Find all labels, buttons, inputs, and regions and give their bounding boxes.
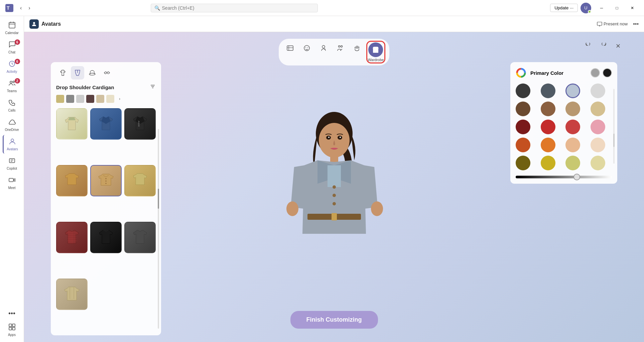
clothing-item-coat[interactable] — [56, 279, 88, 310]
primary-swatches — [591, 68, 612, 77]
sidebar-item-copilot[interactable]: Copilot — [3, 154, 21, 173]
color-dot-peach[interactable] — [565, 138, 580, 152]
color-panel-header: Primary Color — [516, 67, 612, 78]
clothing-item-selected-cardigan[interactable] — [90, 165, 122, 196]
color-slider[interactable] — [516, 176, 612, 178]
color-dot-cream2[interactable] — [591, 156, 605, 170]
clothing-item-tan[interactable] — [56, 165, 88, 196]
finish-customizing-button[interactable]: Finish Customizing — [290, 311, 378, 329]
wtab-glasses[interactable] — [100, 66, 114, 79]
sidebar-item-onedrive[interactable]: OneDrive — [3, 116, 21, 134]
color-dot-orange[interactable] — [516, 138, 530, 152]
strip-color-1[interactable] — [56, 95, 64, 103]
minimize-button[interactable]: ─ — [594, 3, 609, 13]
color-dot-darkgray[interactable] — [516, 83, 530, 98]
color-grid — [516, 83, 612, 170]
color-dot-lightyellow[interactable] — [565, 156, 580, 170]
color-dot-medorange[interactable] — [541, 138, 555, 152]
strip-color-4[interactable] — [86, 95, 94, 103]
color-picker-icon — [516, 67, 526, 78]
svg-point-8 — [11, 139, 14, 142]
present-now-button[interactable]: Present now — [594, 20, 630, 28]
filter-icon[interactable] — [150, 83, 156, 91]
svg-point-55 — [519, 71, 523, 75]
color-dot-brightred[interactable] — [565, 120, 580, 134]
color-panel-scrollbar-thumb[interactable] — [613, 134, 615, 147]
avatar-center: Finish Customizing — [251, 32, 418, 342]
color-dot-tan[interactable] — [565, 102, 580, 116]
calendar-icon — [8, 21, 16, 30]
sidebar-item-more[interactable]: ••• — [3, 307, 21, 320]
sidebar-item-activity[interactable]: 6 Activity — [3, 57, 21, 76]
maximize-button[interactable]: □ — [609, 3, 625, 13]
sidebar-item-calendar[interactable]: Calendar — [3, 19, 21, 37]
close-workspace-button[interactable]: ✕ — [612, 40, 624, 52]
close-button[interactable]: ✕ — [625, 3, 640, 13]
forward-button[interactable]: › — [26, 4, 33, 12]
svg-point-36 — [139, 126, 139, 126]
primary-swatch-black[interactable] — [603, 68, 612, 77]
online-status-dot — [588, 10, 591, 13]
clothing-item-hoodie[interactable] — [56, 108, 88, 140]
wtab-hat[interactable] — [86, 66, 99, 79]
strip-color-6[interactable] — [106, 95, 114, 103]
back-button[interactable]: ‹ — [17, 4, 24, 12]
color-dot-red[interactable] — [541, 120, 555, 134]
sidebar-item-avatars[interactable]: Avatars — [3, 135, 21, 154]
clothing-item-black[interactable] — [90, 222, 122, 253]
color-dot-darkolive[interactable] — [516, 156, 530, 170]
more-colors-button[interactable]: › — [116, 95, 123, 103]
sidebar-item-calls[interactable]: Calls — [3, 96, 21, 115]
clothing-item-dark-jacket[interactable] — [124, 108, 156, 140]
slider-thumb[interactable] — [573, 174, 580, 180]
more-icon: ••• — [8, 310, 15, 317]
window-controls: ─ □ ✕ — [594, 3, 640, 13]
sidebar-item-meet[interactable]: Meet — [3, 174, 21, 192]
sidebar-item-label: Teams — [7, 89, 17, 93]
clothing-item-blue-jacket[interactable] — [90, 108, 122, 140]
color-dot-cream[interactable] — [591, 102, 605, 116]
color-dot-lightgray[interactable] — [591, 83, 605, 98]
undo-button[interactable] — [583, 40, 595, 52]
color-dot-darkred[interactable] — [516, 120, 530, 134]
search-input[interactable] — [162, 5, 314, 11]
color-dot-mediumbrown[interactable] — [541, 102, 555, 116]
svg-point-34 — [139, 122, 139, 122]
svg-rect-16 — [597, 22, 602, 25]
svg-point-7 — [13, 81, 14, 83]
wtab-pants[interactable] — [71, 66, 84, 79]
strip-color-2[interactable] — [66, 95, 74, 103]
page-header-right: Present now ••• — [594, 20, 639, 28]
titlebar-right: Update ··· U ─ □ ✕ — [550, 3, 640, 13]
color-dot-lightblue[interactable] — [565, 83, 580, 98]
clothing-item-plaid[interactable] — [56, 222, 88, 253]
sidebar-item-chat[interactable]: 6 Chat — [3, 38, 21, 57]
wtab-tops[interactable] — [56, 66, 70, 79]
color-dot-slate[interactable] — [541, 83, 555, 98]
color-strip-preview: › — [51, 94, 161, 106]
svg-point-6 — [10, 81, 12, 83]
redo-button[interactable] — [597, 40, 609, 52]
svg-rect-12 — [12, 324, 15, 327]
user-avatar[interactable]: U — [581, 3, 591, 13]
strip-color-3[interactable] — [76, 95, 84, 103]
clothing-item-beige[interactable] — [124, 165, 156, 196]
color-dot-yellow[interactable] — [541, 156, 555, 170]
color-dot-darkbrown[interactable] — [516, 102, 530, 116]
primary-swatch-gray[interactable] — [591, 68, 600, 77]
teams-badge: 2 — [15, 78, 20, 83]
clothing-item-charcoal[interactable] — [124, 222, 156, 253]
color-dot-lightpeach[interactable] — [591, 138, 605, 152]
svg-point-44 — [328, 137, 330, 138]
strip-color-5[interactable] — [96, 95, 104, 103]
page-more-button[interactable]: ••• — [633, 21, 639, 27]
nav-controls: ‹ › — [17, 4, 33, 12]
svg-point-35 — [139, 124, 139, 124]
color-dot-lightpink[interactable] — [591, 120, 605, 134]
color-panel: Primary Color — [510, 62, 617, 184]
sidebar-item-teams[interactable]: 2 Teams — [3, 77, 21, 96]
update-button[interactable]: Update ··· — [550, 4, 578, 12]
svg-point-38 — [106, 181, 107, 182]
sidebar-item-apps[interactable]: Apps — [3, 321, 21, 339]
scrollbar-thumb[interactable] — [158, 189, 159, 209]
